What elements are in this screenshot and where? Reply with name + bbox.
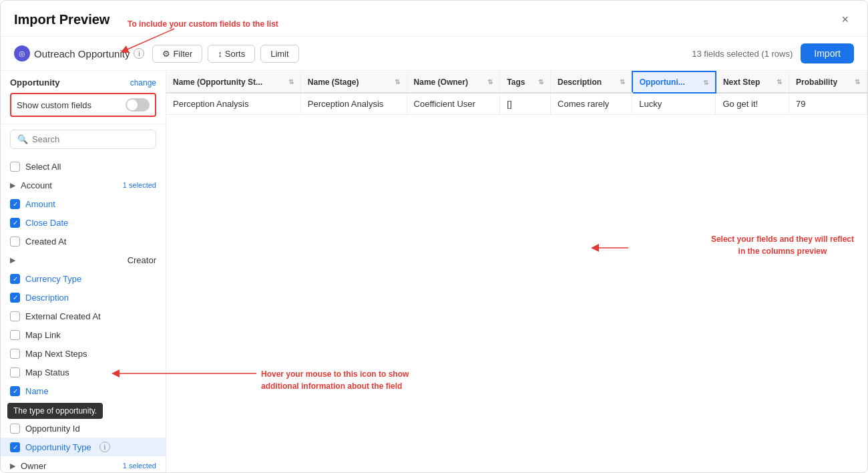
table-area[interactable]: Name (Opportunity St... ⇅ Name (Stage) ⇅ [166,71,867,472]
sort-icon-description[interactable]: ⇅ [620,78,625,86]
label-opportunity-type: Opportunity Type [25,442,91,452]
cell-name-stage: Perception Analysis [300,93,407,115]
label-map-next-steps: Map Next Steps [25,349,87,359]
label-account: Account [21,180,52,190]
sort-icon-opportuni[interactable]: ⇅ [703,79,708,86]
modal-header: Import Preview × [1,1,867,37]
label-close-date: Close Date [25,218,68,228]
list-item-created-at[interactable]: Created At [1,232,166,251]
outreach-label: ◎ Outreach Opportunity i [14,45,144,61]
checkbox-currency-type[interactable]: ✓ [10,274,20,284]
filter-icon: ⚙ [162,49,170,59]
checkbox-description[interactable]: ✓ [10,293,20,303]
list-item-currency-type[interactable]: ✓ Currency Type [1,269,166,288]
search-icon: 🔍 [17,134,28,144]
search-input[interactable] [32,134,149,144]
table-header-row: Name (Opportunity St... ⇅ Name (Stage) ⇅ [166,71,867,93]
list-item-map-status[interactable]: Map Status [1,363,166,381]
custom-fields-row: Show custom fields [10,93,156,117]
change-link[interactable]: change [130,78,156,88]
outreach-name: Outreach Opportunity [34,48,130,59]
checkbox-close-date[interactable]: ✓ [10,218,20,228]
col-opportuni[interactable]: Opportuni... ⇅ [632,71,716,93]
cell-name-opp: Perception Analysis [166,93,300,115]
fields-count: 13 fields selected (1 rows) [692,49,793,59]
cell-tags: [] [500,93,551,115]
cell-opportuni: Lucky [632,93,716,115]
cell-next-step: Go get it! [716,93,789,115]
annotation-top: To include your custom fields to the lis… [128,19,278,29]
label-opportunity-id: Opportunity Id [25,424,80,434]
sort-icon-name-stage[interactable]: ⇅ [395,78,400,86]
checkbox-created-at[interactable] [10,236,20,247]
col-tags[interactable]: Tags ⇅ [500,71,551,93]
outreach-info-icon[interactable]: i [134,48,144,59]
badge-owner: 1 selected [123,462,156,470]
label-map-link: Map Link [25,330,61,340]
label-map-status: Map Status [25,367,69,377]
col-description[interactable]: Description ⇅ [551,71,632,93]
label-created-at: Created At [25,236,66,247]
list-item-map-link[interactable]: Map Link [1,325,166,344]
checkbox-amount[interactable]: ✓ [10,199,20,209]
col-name-opp[interactable]: Name (Opportunity St... ⇅ [166,71,300,93]
col-name-stage[interactable]: Name (Stage) ⇅ [300,71,407,93]
list-item-select-all[interactable]: Select All [1,157,166,176]
custom-fields-label: Show custom fields [17,100,91,110]
outreach-icon: ◎ [14,45,30,61]
sidebar-title: Opportunity [10,77,59,88]
checkbox-map-link[interactable] [10,330,20,340]
sort-icon-probability[interactable]: ⇅ [855,78,860,86]
sort-icon-name-opp[interactable]: ⇅ [288,78,294,86]
label-creator: Creator [128,255,156,265]
list-item-description[interactable]: ✓ Description [1,288,166,307]
cell-description: Comes rarely [551,93,632,115]
list-item-account[interactable]: ▶ Account 1 selected [1,176,166,194]
col-name-owner[interactable]: Name (Owner) ⇅ [407,71,500,93]
sidebar: Opportunity change Show custom fields 🔍 … [1,71,166,472]
checkbox-name[interactable]: ✓ [10,386,20,396]
list-item-map-next-steps[interactable]: Map Next Steps [1,344,166,363]
import-button[interactable]: Import [801,43,854,63]
expand-arrow-owner[interactable]: ▶ [10,462,15,470]
sidebar-header: Opportunity change Show custom fields [1,71,166,124]
list-item-external-created-at[interactable]: External Created At [1,307,166,325]
list-item-owner[interactable]: ▶ Owner 1 selected [1,456,166,472]
main-content: Opportunity change Show custom fields 🔍 … [1,71,867,472]
sort-icon-next-step[interactable]: ⇅ [777,78,782,86]
list-item-opportunity-type[interactable]: ✓ Opportunity Type i [1,438,166,456]
custom-fields-toggle[interactable] [126,98,150,112]
list-item-close-date[interactable]: ✓ Close Date [1,213,166,232]
modal-title: Import Preview [14,12,110,27]
expand-arrow-account[interactable]: ▶ [10,181,15,190]
sorts-icon: ↕ [218,49,222,59]
list-item-creator[interactable]: ▶ Creator [1,251,166,269]
list-item-opportunity-id[interactable]: Opportunity Id The type of opportunity. [1,419,166,438]
checkbox-map-status[interactable] [10,367,20,377]
checkbox-opportunity-type[interactable]: ✓ [10,442,20,452]
list-item-name[interactable]: ✓ Name [1,381,166,400]
filter-button[interactable]: ⚙ Filter [152,45,202,63]
checkbox-external-created-at[interactable] [10,311,20,321]
close-button[interactable]: × [836,10,854,29]
checkbox-opportunity-id[interactable] [10,424,20,434]
label-owner: Owner [21,461,46,471]
opportunity-type-info-icon[interactable]: i [99,442,110,452]
col-next-step[interactable]: Next Step ⇅ [716,71,789,93]
sort-icon-name-owner[interactable]: ⇅ [487,78,493,86]
field-list: Select All ▶ Account 1 selected ✓ Amount… [1,154,166,472]
limit-button[interactable]: Limit [260,45,298,63]
col-probability[interactable]: Probability ⇅ [789,71,867,93]
toolbar-right: 13 fields selected (1 rows) Import [692,43,854,63]
expand-arrow-creator[interactable]: ▶ [10,256,15,265]
tooltip-popup: The type of opportunity. [7,403,103,419]
label-external-created-at: External Created At [25,311,101,321]
checkbox-select-all[interactable] [10,162,20,172]
sort-icon-tags[interactable]: ⇅ [538,78,544,86]
checkbox-map-next-steps[interactable] [10,349,20,359]
list-item-amount[interactable]: ✓ Amount [1,194,166,213]
cell-name-owner: Coefficient User [407,93,500,115]
label-amount: Amount [25,199,55,209]
sidebar-title-row: Opportunity change [10,77,156,88]
sorts-button[interactable]: ↕ Sorts [208,45,255,63]
